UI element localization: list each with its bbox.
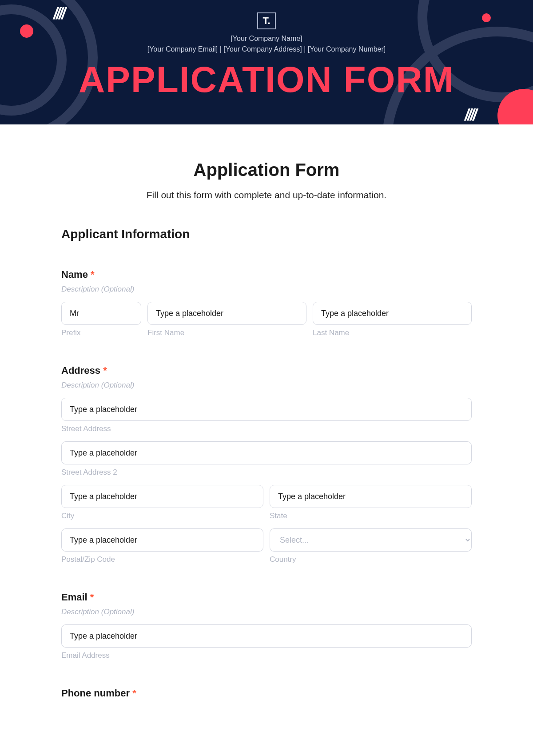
company-name: [Your Company Name] <box>0 35 533 43</box>
page-title: Application Form <box>61 160 472 180</box>
company-number: [Your Company Number] <box>308 45 386 53</box>
country-select[interactable]: Select... <box>270 528 472 552</box>
address-label: Address * <box>61 365 472 376</box>
company-contacts: [Your Company Email] | [Your Company Add… <box>0 45 533 53</box>
decor-stripes: //// <box>465 106 475 124</box>
state-input[interactable] <box>270 485 472 508</box>
city-sublabel: City <box>61 512 263 520</box>
city-input[interactable] <box>61 485 263 508</box>
name-label: Name * <box>61 269 472 280</box>
address-desc: Description (Optional) <box>61 381 472 390</box>
form-content: Application Form Fill out this form with… <box>61 124 472 726</box>
street2-sublabel: Street Address 2 <box>61 468 472 477</box>
field-phone: Phone number * <box>61 688 472 699</box>
email-desc: Description (Optional) <box>61 608 472 616</box>
company-address: [Your Company Address] <box>223 45 302 53</box>
hero-title: APPLICATION FORM <box>0 59 533 100</box>
banner-header: //// //// T. [Your Company Name] [Your C… <box>0 0 533 124</box>
field-address: Address * Description (Optional) Street … <box>61 365 472 564</box>
name-desc: Description (Optional) <box>61 285 472 294</box>
page-subtitle: Fill out this form with complete and up-… <box>61 190 472 200</box>
company-email: [Your Company Email] <box>147 45 218 53</box>
first-name-sublabel: First Name <box>147 328 306 337</box>
street-input[interactable] <box>61 398 472 421</box>
field-email: Email * Description (Optional) Email Add… <box>61 592 472 660</box>
postal-sublabel: Postal/Zip Code <box>61 555 263 564</box>
logo: T. <box>257 12 275 29</box>
email-input[interactable] <box>61 624 472 648</box>
section-applicant-info: Applicant Information <box>61 227 472 241</box>
state-sublabel: State <box>270 512 472 520</box>
postal-input[interactable] <box>61 528 263 552</box>
prefix-input[interactable] <box>61 302 141 325</box>
last-name-input[interactable] <box>313 302 472 325</box>
country-sublabel: Country <box>270 555 472 564</box>
street2-input[interactable] <box>61 441 472 464</box>
last-name-sublabel: Last Name <box>313 328 472 337</box>
email-sublabel: Email Address <box>61 651 472 660</box>
prefix-sublabel: Prefix <box>61 328 141 337</box>
field-name: Name * Description (Optional) Prefix Fir… <box>61 269 472 337</box>
phone-label: Phone number * <box>61 688 472 699</box>
first-name-input[interactable] <box>147 302 306 325</box>
street-sublabel: Street Address <box>61 424 472 433</box>
email-label: Email * <box>61 592 472 603</box>
